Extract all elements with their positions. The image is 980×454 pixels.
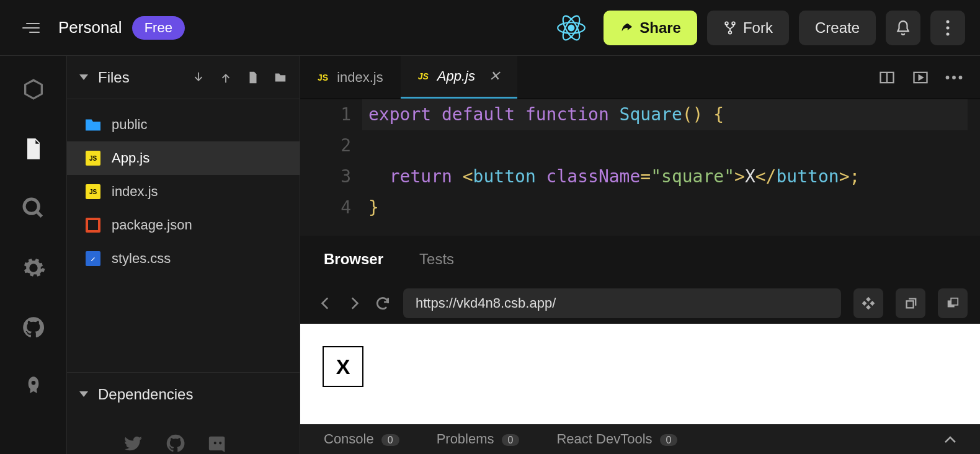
upload-icon[interactable] <box>219 71 233 84</box>
chevron-up-icon[interactable] <box>944 435 956 443</box>
problems-count: 0 <box>502 434 520 446</box>
js-badge-icon: JS <box>318 73 328 82</box>
svg-point-4 <box>725 22 728 25</box>
sandbox-icon[interactable] <box>21 77 46 102</box>
preview-pane: X <box>300 324 980 424</box>
back-icon[interactable] <box>318 295 334 311</box>
devtools-label: React DevTools <box>556 431 652 447</box>
browser-tab[interactable]: Browser <box>324 251 383 268</box>
fork-label: Fork <box>743 19 773 37</box>
files-label: Files <box>98 69 178 86</box>
new-file-icon[interactable] <box>246 71 260 84</box>
file-label: App.js <box>112 150 149 166</box>
top-bar: Personal Free Share Fork Create <box>0 0 980 56</box>
svg-point-7 <box>947 20 950 23</box>
problems-label: Problems <box>437 431 494 447</box>
browser-toolbar: https://vkd4n8.csb.app/ <box>300 283 980 324</box>
tests-tab[interactable]: Tests <box>419 251 454 268</box>
svg-rect-20 <box>907 301 914 308</box>
discord-icon[interactable] <box>207 433 228 454</box>
share-button[interactable]: Share <box>604 11 697 45</box>
bell-icon <box>895 20 911 36</box>
file-icon[interactable] <box>21 136 46 161</box>
github-icon[interactable] <box>21 315 46 340</box>
create-label: Create <box>815 19 860 37</box>
file-list: publicJSApp.jsJSindex.jspackage.json⟋sty… <box>67 99 300 284</box>
svg-rect-16 <box>866 297 871 302</box>
svg-point-5 <box>732 22 735 25</box>
svg-point-10 <box>24 199 38 213</box>
search-icon[interactable] <box>21 196 46 221</box>
svg-point-13 <box>946 76 950 79</box>
dev-panel-tabs: Browser Tests <box>300 236 980 283</box>
svg-point-9 <box>947 32 950 35</box>
preview-icon[interactable] <box>912 69 929 86</box>
fork-icon <box>723 20 737 35</box>
file-label: index.js <box>112 184 158 200</box>
tab-index.js[interactable]: JSindex.js <box>300 56 401 99</box>
activity-rail <box>0 56 67 454</box>
share-arrow-icon <box>620 21 633 35</box>
file-row-package.json[interactable]: package.json <box>67 208 300 242</box>
file-row-styles.css[interactable]: ⟋styles.css <box>67 242 300 275</box>
share-label: Share <box>639 19 681 37</box>
file-label: styles.css <box>112 251 171 267</box>
file-label: package.json <box>112 217 192 233</box>
overflow-button[interactable] <box>930 11 965 45</box>
files-header[interactable]: Files <box>67 56 300 99</box>
twitter-icon[interactable] <box>123 433 144 454</box>
svg-rect-19 <box>866 305 871 310</box>
file-label: public <box>112 117 147 133</box>
svg-point-6 <box>729 31 732 34</box>
hamburger-icon[interactable] <box>22 23 40 33</box>
workspace-name[interactable]: Personal <box>58 18 122 37</box>
tab-label: index.js <box>337 69 383 86</box>
dependencies-label: Dependencies <box>98 386 193 403</box>
file-row-public[interactable]: public <box>67 108 300 141</box>
close-icon[interactable]: ✕ <box>489 68 500 84</box>
svg-point-8 <box>947 26 950 29</box>
collapse-icon <box>79 74 88 80</box>
download-icon[interactable] <box>192 71 205 84</box>
url-input[interactable]: https://vkd4n8.csb.app/ <box>403 288 841 318</box>
devtools-tab[interactable]: React DevTools0 <box>556 431 677 447</box>
svg-rect-17 <box>862 301 867 306</box>
preview-square-button[interactable]: X <box>323 346 363 387</box>
file-row-App.js[interactable]: JSApp.js <box>67 141 300 175</box>
devtools-count: 0 <box>660 434 678 446</box>
console-label: Console <box>324 431 374 447</box>
more-icon[interactable] <box>945 69 963 86</box>
console-tab[interactable]: Console0 <box>324 431 399 447</box>
console-count: 0 <box>381 434 399 446</box>
fork-button[interactable]: Fork <box>707 11 789 45</box>
settings-icon[interactable] <box>21 256 46 280</box>
new-folder-icon[interactable] <box>274 71 287 84</box>
code-editor[interactable]: 1234 export default function Square() { … <box>300 99 980 236</box>
forward-icon[interactable] <box>346 295 362 311</box>
codesandbox-icon[interactable] <box>853 288 883 318</box>
svg-rect-22 <box>951 298 958 305</box>
plan-badge[interactable]: Free <box>132 16 185 40</box>
collapse-icon <box>79 391 88 397</box>
svg-point-15 <box>959 76 963 79</box>
create-button[interactable]: Create <box>799 11 876 45</box>
notifications-button[interactable] <box>886 11 920 45</box>
svg-point-0 <box>569 25 574 30</box>
new-window-icon[interactable] <box>896 288 925 318</box>
bottom-panel: Console0 Problems0 React DevTools0 <box>300 424 980 454</box>
svg-rect-18 <box>870 301 875 306</box>
svg-point-14 <box>952 76 956 79</box>
js-badge-icon: JS <box>418 71 429 81</box>
deploy-icon[interactable] <box>21 375 46 399</box>
split-icon[interactable] <box>878 69 896 86</box>
reload-icon[interactable] <box>375 295 391 311</box>
tab-App.js[interactable]: JSApp.js✕ <box>401 56 517 99</box>
popout-icon[interactable] <box>938 288 968 318</box>
problems-tab[interactable]: Problems0 <box>437 431 520 447</box>
kebab-icon <box>946 20 950 36</box>
tab-label: App.js <box>437 68 475 84</box>
dependencies-header[interactable]: Dependencies <box>67 372 300 416</box>
github-icon[interactable] <box>165 433 186 454</box>
social-links <box>67 416 300 454</box>
file-row-index.js[interactable]: JSindex.js <box>67 175 300 208</box>
